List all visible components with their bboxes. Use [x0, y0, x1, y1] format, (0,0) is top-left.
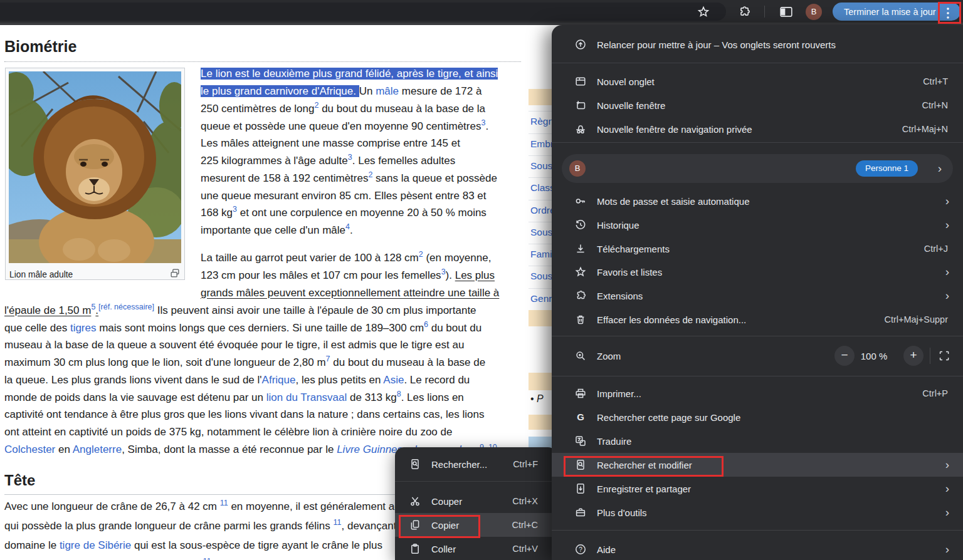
chevron-right-icon: › [945, 458, 949, 472]
wiki-link[interactable]: Colchester [4, 443, 55, 455]
article-text-line: captivité ont tendance à être plus gros … [4, 406, 484, 423]
menu-item-effacer-les-donn-es-de-navigation[interactable]: Effacer les données de navigation...Ctrl… [552, 308, 963, 331]
context-item-rechercher[interactable]: Rechercher...Ctrl+F [395, 452, 557, 476]
wiki-link[interactable]: lion du Transvaal [266, 391, 347, 403]
menu-item-shortcut: Ctrl+C [512, 520, 539, 530]
text-run: captivité ont tendance à être plus gros … [4, 408, 484, 420]
reference-superscript: 7 [326, 355, 330, 363]
print-icon [574, 387, 587, 400]
menu-item-relancer-pour-mettre-jour-vos-onglets-seront-rouverts[interactable]: Relancer pour mettre à jour – Vos onglet… [552, 33, 963, 56]
trash-icon [574, 313, 587, 326]
profile-avatar[interactable]: B [806, 4, 822, 20]
menu-item-label: Extensions [597, 291, 643, 301]
text-run: mesure de 172 à [399, 85, 482, 97]
text-run: et ont une corpulence en moyenne 20 à 50… [237, 207, 487, 219]
menu-item-label: Couper [431, 496, 462, 507]
wiki-link[interactable]: mâle [376, 85, 399, 97]
menu-item-label: Enregistrer et partager [597, 484, 691, 494]
menu-item-traduire[interactable]: Traduire [552, 429, 963, 453]
wiki-link[interactable]: tigres [70, 322, 97, 334]
menu-item-nouvelle-fen-tre[interactable]: Nouvelle fenêtreCtrl+N [552, 93, 963, 117]
menu-item-aide[interactable]: ?Aide› [552, 537, 963, 560]
menu-item-plus-d-outils[interactable]: Plus d'outils› [552, 500, 963, 524]
text-run: sans la queue et possède [372, 172, 497, 184]
menu-item-rechercher-cette-page-sur-google[interactable]: GRechercher cette page sur Google [552, 405, 963, 429]
menu-item-label: Aide [597, 544, 616, 555]
expand-image-icon[interactable] [169, 267, 181, 279]
text-run: museau à la base de la queue a souvent é… [4, 339, 464, 351]
menu-item-label: Rechercher... [431, 459, 487, 470]
tools-icon [574, 506, 587, 519]
extensions-icon[interactable] [737, 5, 751, 19]
menu-item-nouvel-onglet[interactable]: Nouvel ongletCtrl+T [552, 70, 963, 93]
bookmark-star-icon[interactable] [697, 5, 710, 19]
wiki-link[interactable]: tigre de Sibérie [60, 539, 131, 551]
annotation-box-copier [399, 515, 480, 538]
text-run: grands mâles peuvent exceptionnellement … [201, 287, 499, 299]
article-text-line: 225 kilogrammes à l'âge adulte3. Les fem… [201, 152, 455, 170]
text-run: (en moyenne, [423, 252, 492, 264]
lion-photo [9, 71, 181, 263]
fullscreen-button[interactable] [938, 350, 950, 362]
menu-item-mots-de-passe-et-saisie-automatique[interactable]: Mots de passe et saisie automatique› [552, 189, 963, 213]
article-text-line: une queue mesurant environ 85 cm. Elles … [201, 187, 487, 205]
selected-text: Le lion est le deuxième plus grand félid… [201, 68, 498, 80]
article-text-line: que celle des tigres mais sont moins lon… [4, 319, 482, 337]
chevron-right-icon: › [945, 506, 949, 519]
svg-text:?: ? [579, 546, 582, 553]
article-text-line: 250 centimètres de long2 du bout du muse… [201, 100, 485, 118]
article-text-line: importante que celle d'un mâle4. [201, 222, 353, 239]
text-run: en [55, 443, 72, 455]
lion-thumbnail[interactable]: Lion mâle adulte [5, 68, 185, 280]
reference-superscript: 11 [203, 557, 211, 560]
svg-text:G: G [577, 412, 584, 422]
menu-item-label: Coller [431, 544, 456, 554]
article-text-line: monde de poids dans la vie sauvage est d… [4, 389, 464, 407]
menu-item-favoris-et-listes[interactable]: Favoris et listes› [552, 260, 963, 284]
text-run: 250 centimètres de long [201, 103, 314, 115]
menu-item-enregistrer-et-partager[interactable]: Enregistrer et partager› [552, 477, 963, 500]
context-item-couper[interactable]: CouperCtrl+X [395, 489, 557, 513]
zoom-in-button[interactable]: + [903, 346, 924, 366]
text-run: , Simba, dont la masse a été reconnue pa… [122, 443, 337, 455]
translate-icon [574, 435, 587, 447]
text-run: La taille au garrot peut varier de 100 à… [201, 252, 419, 264]
menu-item-t-l-chargements[interactable]: TéléchargementsCtrl+J [552, 237, 963, 261]
side-panel-icon[interactable] [779, 5, 793, 19]
profile-name-badge: Personne 1 [856, 160, 918, 177]
menu-separator [552, 376, 963, 376]
zoom-value: 100 % [855, 351, 893, 361]
text-run: . Les lions en [401, 391, 464, 403]
menu-item-imprimer[interactable]: Imprimer...Ctrl+P [552, 381, 963, 405]
menu-item-historique[interactable]: Historique› [552, 213, 963, 237]
text-run: Avec une longueur de crâne de 26,7 à 42 … [4, 500, 220, 512]
text-run: Les plus [455, 269, 495, 281]
reference-superscript: 6 [424, 320, 428, 329]
menu-item-extensions[interactable]: Extensions› [552, 284, 963, 308]
reference-superscript: 2 [314, 101, 318, 110]
download-icon [574, 242, 587, 255]
text-run: Un [359, 85, 376, 97]
menu-item-label: Mots de passe et saisie automatique [597, 196, 749, 207]
menu-item-shortcut: Ctrl+T [923, 76, 948, 86]
menu-item-label: Nouvel onglet [597, 76, 655, 87]
context-item-coller[interactable]: CollerCtrl+V [395, 537, 557, 560]
relaunch-icon [574, 38, 587, 51]
wiki-link[interactable]: Afrique [262, 374, 296, 386]
wiki-link[interactable]: Asie [383, 374, 404, 386]
menu-item-label: Téléchargements [597, 244, 670, 254]
menu-item-zoom[interactable]: Zoom−100 %+ [552, 344, 963, 368]
wiki-link[interactable]: Angleterre [73, 443, 122, 455]
text-run: du bout du museau à la base de [330, 356, 486, 368]
address-bar[interactable] [0, 3, 726, 21]
ref-needed-link[interactable]: [réf. nécessaire] [98, 303, 154, 311]
menu-item-nouvelle-fen-tre-de-navigation-priv-e[interactable]: Nouvelle fenêtre de navigation privéeCtr… [552, 117, 963, 141]
zoom-icon [574, 350, 587, 362]
zoom-out-button[interactable]: − [834, 346, 855, 366]
article-text-line: long, avec une moyenne de 35,8 à 38 cm 1… [4, 556, 249, 560]
paste-icon [409, 542, 421, 555]
profile-row[interactable]: BPersonne 1› [562, 154, 953, 183]
text-run: du bout du museau à la base de la [318, 103, 485, 115]
article-text-line: Le lion est le deuxième plus grand félid… [201, 65, 498, 83]
menu-item-label: Nouvelle fenêtre [597, 100, 665, 111]
